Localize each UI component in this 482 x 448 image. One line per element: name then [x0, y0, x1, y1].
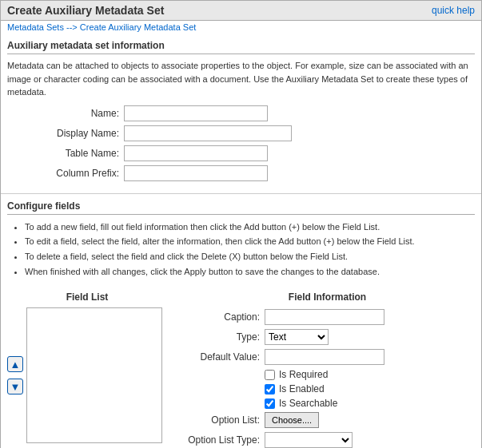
table-name-input[interactable]	[124, 145, 268, 161]
column-prefix-input[interactable]	[124, 165, 268, 181]
field-list-title: Field List	[7, 291, 167, 303]
is-enabled-row: Is Enabled	[180, 383, 475, 394]
configure-title: Configure fields	[7, 200, 475, 215]
field-list-section: Field List ▲ ▼ ✚ ✖	[7, 291, 167, 448]
column-prefix-label: Column Prefix:	[39, 168, 119, 179]
type-select[interactable]: Text Number Date Boolean	[265, 329, 329, 345]
move-up-button[interactable]: ▲	[7, 356, 23, 372]
instruction-3: To delete a field, select the field and …	[25, 249, 475, 264]
instruction-4: When finished with all changes, click th…	[25, 264, 475, 280]
option-list-row: Option List: Choose....	[180, 412, 475, 428]
column-prefix-row: Column Prefix:	[7, 165, 475, 181]
field-list-nav: ▲ ▼	[7, 356, 23, 394]
default-value-label: Default Value:	[180, 351, 260, 363]
option-list-type-label: Option List Type:	[180, 434, 260, 446]
choose-button[interactable]: Choose....	[265, 412, 319, 428]
is-searchable-checkbox[interactable]	[265, 398, 275, 409]
instruction-1: To add a new field, fill out field infor…	[25, 220, 475, 235]
is-required-checkbox[interactable]	[265, 370, 275, 380]
is-searchable-label: Is Searchable	[279, 398, 337, 409]
option-list-type-select[interactable]	[265, 432, 353, 448]
type-label: Type:	[180, 331, 260, 343]
quick-help-link[interactable]: quick help	[432, 5, 475, 16]
instructions-list: To add a new field, fill out field infor…	[7, 220, 475, 280]
is-required-label: Is Required	[279, 369, 328, 380]
display-name-input[interactable]	[124, 125, 292, 141]
caption-row: Caption:	[180, 309, 475, 325]
arrow-up-icon: ▲	[10, 359, 21, 371]
instruction-2: To edit a field, select the field, alter…	[25, 234, 475, 249]
caption-label: Caption:	[180, 311, 260, 323]
caption-input[interactable]	[265, 309, 384, 325]
field-info-title: Field Information	[180, 291, 475, 303]
title-bar: Create Auxiliary Metadata Set quick help	[1, 1, 481, 21]
auxiliary-section-title: Auxiliary metadata set information	[7, 40, 475, 54]
is-required-row: Is Required	[180, 369, 475, 380]
default-value-row: Default Value:	[180, 349, 475, 365]
name-row: Name:	[7, 105, 475, 121]
auxiliary-description: Metadata can be attached to objects to a…	[7, 59, 475, 99]
page-title: Create Auxiliary Metadata Set	[7, 4, 164, 17]
default-value-input[interactable]	[265, 349, 384, 365]
table-name-label: Table Name:	[39, 148, 119, 159]
field-info-section: Field Information Caption: Type: Text Nu…	[180, 291, 475, 448]
table-name-row: Table Name:	[7, 145, 475, 161]
arrow-down-icon: ▼	[10, 381, 21, 393]
is-searchable-row: Is Searchable	[180, 398, 475, 409]
configure-section: Configure fields To add a new field, fil…	[1, 197, 481, 289]
field-list-box[interactable]	[26, 307, 162, 443]
option-list-label: Option List:	[180, 414, 260, 426]
move-down-button[interactable]: ▼	[7, 379, 23, 394]
fields-area: Field List ▲ ▼ ✚ ✖ Field Information	[1, 288, 481, 448]
field-list-container: ▲ ▼	[7, 307, 167, 443]
display-name-label: Display Name:	[39, 128, 119, 139]
auxiliary-section: Auxiliary metadata set information Metad…	[1, 35, 481, 190]
name-label: Name:	[39, 108, 119, 119]
option-list-type-row: Option List Type:	[180, 432, 475, 448]
type-row: Type: Text Number Date Boolean	[180, 329, 475, 345]
display-name-row: Display Name:	[7, 125, 475, 141]
is-enabled-label: Is Enabled	[279, 383, 325, 394]
name-input[interactable]	[124, 105, 268, 121]
is-enabled-checkbox[interactable]	[265, 384, 275, 394]
breadcrumb: Metadata Sets --> Create Auxiliary Metad…	[1, 21, 481, 35]
